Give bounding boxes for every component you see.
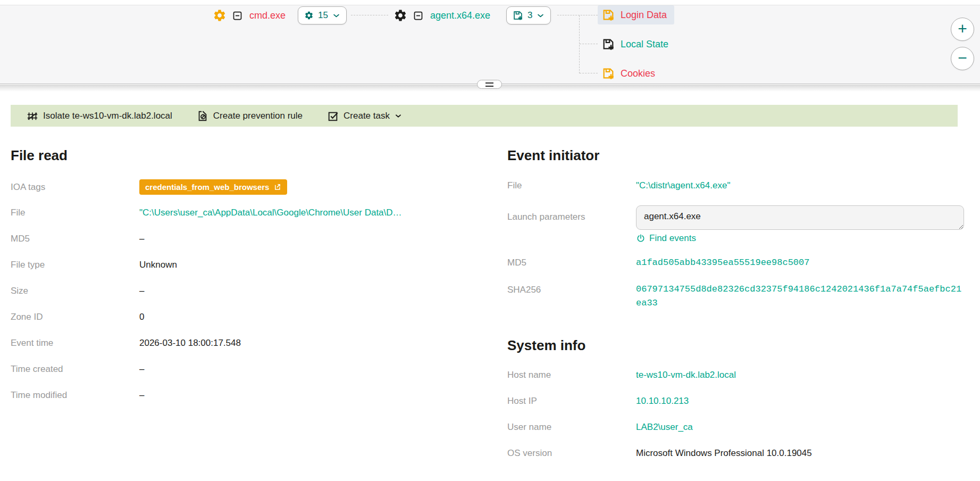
process-tree-panel: cmd.exe 15 agent.x64.exe 3: [0, 5, 980, 84]
file-node-local-state[interactable]: Local State: [598, 35, 676, 54]
tree-connector: [557, 15, 598, 15]
host-ip-row: Host IP 10.10.10.213: [507, 395, 968, 408]
event-time-value: 2026-03-10 18:00:17.548: [139, 338, 241, 349]
size-row: Size –: [11, 285, 479, 297]
isolate-host-label: Isolate te-ws10-vm-dk.lab2.local: [43, 111, 172, 121]
file-row: File "C:\Users\user_ca\AppData\Local\Goo…: [11, 206, 479, 219]
event-initiator-section: Event initiator File "C:\distr\agent.x64…: [507, 147, 968, 474]
file-save-plus-icon: [513, 10, 523, 21]
gear-icon: [304, 11, 314, 20]
file-node-login-data[interactable]: Login Data: [598, 5, 674, 24]
event-time-row: Event time 2026-03-10 18:00:17.548: [11, 337, 479, 349]
os-version-label: OS version: [507, 448, 636, 459]
collapse-minus-square-icon[interactable]: [413, 10, 424, 21]
initiator-md5-row: MD5 a1fad505abb43395ea55519ee98c5007: [507, 256, 968, 269]
tree-connector: [351, 15, 388, 15]
file-name[interactable]: Local State: [621, 39, 668, 50]
host-name-link[interactable]: te-ws10-vm-dk.lab2.local: [636, 370, 736, 380]
host-name-label: Host name: [507, 370, 636, 380]
time-created-value: –: [139, 364, 144, 375]
file-name[interactable]: Cookies: [621, 68, 655, 79]
os-version-value: Microsoft Windows Professional 10.0.1904…: [636, 448, 812, 459]
agent-files-count-dropdown[interactable]: 3: [506, 6, 551, 24]
checkbox-check-icon: [327, 110, 339, 122]
file-type-value: Unknown: [139, 260, 177, 270]
initiator-file-row: File "C:\distr\agent.x64.exe": [507, 179, 968, 192]
time-modified-label: Time modified: [11, 390, 139, 401]
minus-icon: −: [958, 50, 967, 66]
create-task-button[interactable]: Create task: [327, 110, 402, 122]
external-link-icon: [273, 183, 281, 191]
process-node-agent[interactable]: agent.x64.exe: [393, 7, 490, 23]
zone-id-value: 0: [139, 312, 144, 322]
initiator-file-label: File: [507, 180, 636, 191]
gear-icon: [213, 9, 227, 22]
user-name-row: User name LAB2\user_ca: [507, 421, 968, 434]
zoom-out-button[interactable]: −: [951, 47, 974, 70]
find-events-link[interactable]: Find events: [636, 233, 696, 244]
initiator-sha256-label: SHA256: [507, 283, 636, 295]
process-name-agent[interactable]: agent.x64.exe: [430, 10, 490, 21]
initiator-sha256-row: SHA256 06797134755d8de82326cd32375f94186…: [507, 283, 968, 311]
gear-icon: [393, 9, 407, 22]
initiator-md5-label: MD5: [507, 258, 636, 268]
equals-handle-icon: [485, 82, 493, 87]
find-events-label: Find events: [649, 233, 696, 244]
event-initiator-title: Event initiator: [507, 147, 968, 164]
md5-value: –: [139, 234, 144, 244]
file-save-plus-icon: [602, 38, 615, 51]
initiator-sha256-link[interactable]: 06797134755d8de82326cd32375f94186c124202…: [636, 283, 967, 311]
chevron-down-icon: [332, 12, 340, 20]
ioa-tags-row: IOA tags credentials_from_web_browsers: [11, 179, 479, 195]
file-save-plus-icon: [602, 67, 615, 80]
host-ip-link[interactable]: 10.10.10.213: [636, 396, 689, 407]
collapse-minus-square-icon[interactable]: [232, 10, 243, 21]
create-prevention-rule-button[interactable]: Create prevention rule: [197, 110, 303, 122]
file-read-section: File read IOA tags credentials_from_web_…: [11, 147, 479, 415]
isolate-host-button[interactable]: Isolate te-ws10-vm-dk.lab2.local: [27, 110, 172, 122]
size-value: –: [139, 286, 144, 296]
time-modified-value: –: [139, 390, 144, 401]
file-read-title: File read: [11, 147, 479, 164]
initiator-file-link[interactable]: "C:\distr\agent.x64.exe": [636, 180, 730, 191]
time-created-row: Time created –: [11, 363, 479, 375]
find-events-power-icon: [636, 234, 646, 243]
tree-connector: [580, 73, 598, 73]
agent-files-count: 3: [527, 10, 532, 21]
ioa-tag-badge[interactable]: credentials_from_web_browsers: [139, 179, 287, 195]
fence-icon: [27, 110, 38, 122]
plus-icon: +: [958, 21, 967, 37]
initiator-md5-link[interactable]: a1fad505abb43395ea55519ee98c5007: [636, 258, 809, 268]
time-created-label: Time created: [11, 364, 139, 375]
system-info-title: System info: [507, 337, 968, 354]
process-name-cmd[interactable]: cmd.exe: [249, 10, 286, 21]
size-label: Size: [11, 286, 139, 296]
file-type-row: File type Unknown: [11, 259, 479, 271]
process-node-cmd[interactable]: cmd.exe: [213, 7, 286, 23]
zone-id-row: Zone ID 0: [11, 311, 479, 323]
panel-splitter-handle[interactable]: [477, 80, 502, 89]
file-path-link[interactable]: "C:\Users\user_ca\AppData\Local\Google\C…: [139, 208, 402, 218]
file-node-cookies[interactable]: Cookies: [598, 64, 663, 83]
file-name[interactable]: Login Data: [621, 10, 667, 21]
launch-parameters-label: Launch parameters: [507, 205, 636, 222]
launch-parameters-input[interactable]: agent.x64.exe: [636, 205, 964, 230]
zone-id-label: Zone ID: [11, 312, 139, 322]
md5-row: MD5 –: [11, 233, 479, 245]
system-info-section: System info Host name te-ws10-vm-dk.lab2…: [507, 337, 968, 460]
launch-parameters-row: Launch parameters agent.x64.exe: [507, 205, 968, 230]
user-name-link[interactable]: LAB2\user_ca: [636, 422, 693, 433]
event-time-label: Event time: [11, 338, 139, 349]
md5-label: MD5: [11, 234, 139, 244]
file-block-icon: [197, 110, 208, 122]
file-label: File: [11, 208, 139, 218]
os-version-row: OS version Microsoft Windows Professiona…: [507, 447, 968, 460]
host-name-row: Host name te-ws10-vm-dk.lab2.local: [507, 369, 968, 382]
time-modified-row: Time modified –: [11, 389, 479, 401]
ioa-tags-label: IOA tags: [11, 182, 139, 193]
chevron-down-icon: [537, 12, 545, 20]
tree-connector: [580, 44, 598, 44]
ioa-tag-text: credentials_from_web_browsers: [145, 183, 269, 192]
zoom-in-button[interactable]: +: [951, 18, 974, 41]
cmd-events-count-dropdown[interactable]: 15: [298, 6, 347, 24]
